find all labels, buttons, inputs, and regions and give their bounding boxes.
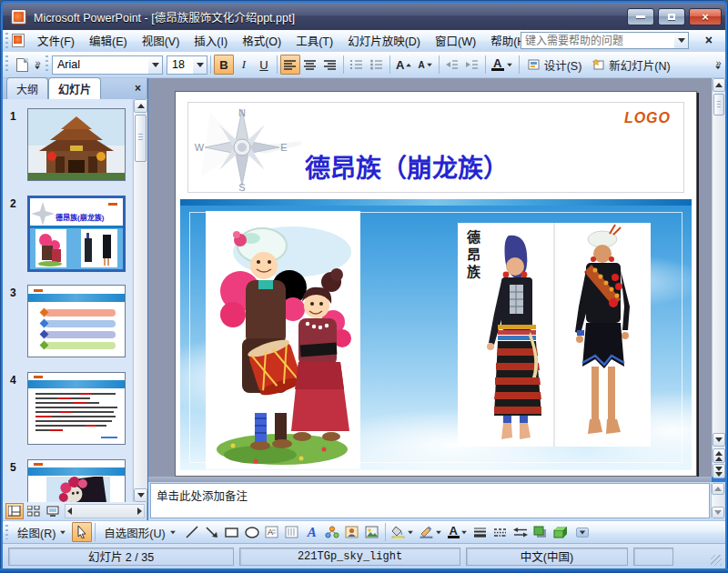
toolbar-overflow-button[interactable] xyxy=(576,528,589,538)
oval-tool-button[interactable] xyxy=(242,522,262,542)
thumbnails-scrollbar[interactable] xyxy=(133,99,147,502)
line-color-button[interactable] xyxy=(417,522,445,542)
slide-thumbnail-1[interactable] xyxy=(27,108,126,181)
design-template-indicator[interactable]: 221TGp_sky_light xyxy=(239,548,460,566)
menu-edit[interactable]: 编辑(E) xyxy=(82,29,135,52)
scrollbar-thumb[interactable] xyxy=(713,94,724,116)
clip-art-button[interactable] xyxy=(342,522,362,542)
minimize-button[interactable] xyxy=(627,8,654,25)
fill-color-button[interactable] xyxy=(389,522,417,542)
help-dropdown-button[interactable] xyxy=(674,33,688,48)
scroll-down-button[interactable] xyxy=(134,488,147,502)
slide-vertical-scrollbar[interactable] xyxy=(712,78,725,477)
male-costume-picture[interactable] xyxy=(555,223,651,447)
draw-menu-button[interactable]: 绘图(R) xyxy=(12,522,72,542)
new-slide-button[interactable]: 新幻灯片(N) xyxy=(587,55,675,75)
horizontal-scrollbar[interactable] xyxy=(65,504,145,518)
font-color-button[interactable]: A xyxy=(445,522,470,542)
menu-view[interactable]: 视图(V) xyxy=(135,29,187,52)
font-name-dropdown[interactable] xyxy=(148,56,162,74)
slideshow-view-button[interactable] xyxy=(44,503,62,519)
slide-title[interactable]: 德昂族（崩龙族） xyxy=(305,148,509,185)
arrow-tool-button[interactable] xyxy=(202,522,222,542)
scroll-up-button[interactable] xyxy=(134,99,147,113)
resize-grip[interactable] xyxy=(711,555,722,566)
previous-slide-button[interactable] xyxy=(713,448,725,463)
bold-button[interactable]: B xyxy=(214,55,234,75)
font-size-dropdown[interactable] xyxy=(193,56,207,74)
menu-insert[interactable]: 插入(I) xyxy=(187,29,235,52)
select-objects-button[interactable] xyxy=(72,522,92,542)
decrease-indent-button[interactable] xyxy=(442,55,462,75)
next-slide-button[interactable] xyxy=(713,464,725,478)
decrease-font-button[interactable]: A xyxy=(415,55,435,75)
scroll-down-button[interactable] xyxy=(713,433,725,447)
line-style-button[interactable] xyxy=(470,522,490,542)
toolbar-overflow-button[interactable]: » xyxy=(34,60,41,70)
toolbar-grip[interactable] xyxy=(5,33,8,47)
toolbar-grip[interactable] xyxy=(5,525,8,540)
vertical-text-box-button[interactable] xyxy=(282,522,302,542)
insert-picture-button[interactable] xyxy=(362,522,382,542)
scroll-up-button[interactable] xyxy=(713,78,725,92)
slide-thumbnail-4[interactable] xyxy=(27,372,126,445)
scroll-down-button[interactable] xyxy=(712,507,724,518)
menu-format[interactable]: 格式(O) xyxy=(235,29,288,52)
font-name-combo[interactable]: Arial xyxy=(52,55,163,75)
arrow-style-button[interactable] xyxy=(511,522,531,542)
slide-sorter-view-button[interactable] xyxy=(25,503,43,519)
align-center-button[interactable] xyxy=(300,55,320,75)
align-left-button[interactable] xyxy=(280,55,300,75)
scrollbar-thumb[interactable] xyxy=(135,115,147,162)
close-document-button[interactable]: × xyxy=(702,33,716,47)
new-slide-icon-button[interactable] xyxy=(12,55,32,75)
costume-pictures[interactable]: 德昂族 xyxy=(458,223,651,447)
close-pane-button[interactable]: × xyxy=(135,82,141,95)
help-search-input[interactable] xyxy=(521,33,674,48)
slide-header-box[interactable]: N S W E LOGO 德昂族（崩龙族） xyxy=(187,102,684,193)
toolbar-grip[interactable] xyxy=(5,55,8,74)
close-button[interactable]: × xyxy=(689,8,722,25)
menu-tools[interactable]: 工具(T) xyxy=(288,29,340,52)
tab-outline[interactable]: 大纲 xyxy=(6,77,48,99)
logo-text[interactable]: LOGO xyxy=(624,110,671,126)
menu-slideshow[interactable]: 幻灯片放映(D) xyxy=(340,29,428,52)
three-d-style-button[interactable] xyxy=(551,522,571,542)
slide-thumbnail-5[interactable] xyxy=(27,459,126,502)
slide-content-area[interactable]: 德昂族 xyxy=(180,199,692,470)
align-right-button[interactable] xyxy=(320,55,340,75)
text-box-button[interactable]: A xyxy=(262,522,282,542)
slide-thumbnail-3[interactable] xyxy=(27,285,126,357)
notes-placeholder[interactable]: 单击此处添加备注 xyxy=(150,483,710,518)
autoshapes-menu-button[interactable]: 自选图形(U) xyxy=(98,522,181,542)
font-color-button[interactable]: A xyxy=(489,55,516,75)
underline-button[interactable]: U xyxy=(254,55,274,75)
line-tool-button[interactable] xyxy=(182,522,202,542)
increase-font-button[interactable]: A xyxy=(393,55,415,75)
toolbar-grip[interactable] xyxy=(46,55,48,74)
wordart-button[interactable]: A xyxy=(302,522,322,542)
normal-view-button[interactable] xyxy=(5,503,24,519)
female-costume-picture[interactable]: 德昂族 xyxy=(458,223,553,447)
diagram-button[interactable] xyxy=(322,522,342,542)
restore-button[interactable] xyxy=(658,8,685,25)
notes-scrollbar[interactable] xyxy=(711,483,724,518)
design-button[interactable]: 设计(S) xyxy=(522,55,588,75)
slide-canvas[interactable]: N S W E LOGO 德昂族（崩龙族） xyxy=(175,91,697,477)
rectangle-tool-button[interactable] xyxy=(222,522,242,542)
language-indicator[interactable]: 中文(中国) xyxy=(466,548,628,566)
slide-thumbnail-2-selected[interactable]: 德昂族(崩龙族) xyxy=(27,196,126,272)
font-size-combo[interactable]: 18 xyxy=(167,55,207,75)
cartoon-couple-picture[interactable] xyxy=(206,211,360,469)
dash-style-button[interactable] xyxy=(490,522,511,542)
increase-indent-button[interactable] xyxy=(462,55,482,75)
shadow-style-button[interactable] xyxy=(531,522,551,542)
italic-button[interactable]: I xyxy=(234,55,254,75)
scroll-up-button[interactable] xyxy=(712,483,724,495)
menu-window[interactable]: 窗口(W) xyxy=(428,29,483,52)
toolbar-overflow-button[interactable]: » xyxy=(714,60,722,70)
numbered-list-button[interactable]: ⁙ xyxy=(347,55,367,75)
tab-slides[interactable]: 幻灯片 xyxy=(48,77,101,99)
title-bar[interactable]: Microsoft PowerPoint - [德昂族服饰文化介绍ppt.ppt… xyxy=(3,3,725,30)
menu-file[interactable]: 文件(F) xyxy=(30,29,82,52)
